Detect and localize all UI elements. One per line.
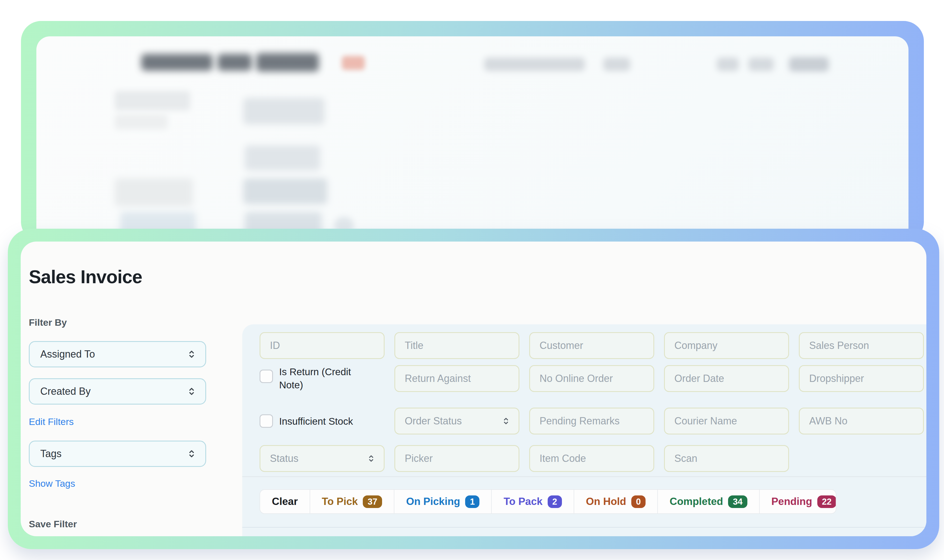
insufficient-stock-label: Insufficient Stock — [279, 415, 353, 428]
picker-input[interactable] — [394, 445, 519, 472]
blurred-label-blob — [115, 114, 168, 129]
completed-tab[interactable]: Completed 34 — [657, 490, 759, 513]
insufficient-stock-checkbox[interactable] — [260, 414, 273, 428]
to-pack-count-badge: 2 — [548, 495, 562, 508]
status-select[interactable]: Status — [260, 445, 385, 472]
title-input[interactable] — [394, 332, 519, 359]
to-pack-tab-label: To Pack — [504, 496, 542, 508]
page-title: Sales Invoice — [29, 266, 142, 288]
customer-input[interactable] — [529, 332, 654, 359]
on-hold-tab-label: On Hold — [586, 496, 626, 508]
assigned-to-select[interactable]: Assigned To — [29, 341, 206, 368]
pending-tab[interactable]: Pending 22 — [759, 490, 836, 513]
blurred-title-blob — [256, 53, 319, 72]
blurred-badge-blob — [342, 56, 365, 70]
blurred-toolbar-blob — [789, 57, 829, 72]
status-tab-bar: Clear To Pick 37 On Picking 1 To Pack 2 … — [260, 489, 836, 514]
completed-tab-label: Completed — [670, 496, 723, 508]
order-status-select[interactable]: Order Status — [394, 408, 519, 434]
panel-bottom-divider — [242, 527, 926, 528]
is-return-checkbox[interactable] — [260, 369, 273, 383]
id-input[interactable] — [260, 332, 385, 359]
show-tags-link[interactable]: Show Tags — [29, 478, 75, 489]
panel-divider — [242, 476, 926, 477]
blurred-label-blob — [115, 91, 190, 111]
on-picking-tab-label: On Picking — [406, 496, 460, 508]
blurred-label-blob — [115, 178, 193, 206]
courier-name-input[interactable] — [664, 408, 789, 434]
sales-invoice-card-body: Sales Invoice Filter By Assigned To Crea… — [21, 242, 926, 536]
is-return-checkbox-cell: Is Return (Credit Note) — [260, 365, 385, 392]
to-pick-tab-label: To Pick — [322, 496, 358, 508]
blurred-background-card — [21, 21, 924, 242]
insufficient-stock-checkbox-cell: Insufficient Stock — [260, 408, 385, 434]
created-by-select[interactable]: Created By — [29, 378, 206, 405]
is-return-label: Is Return (Credit Note) — [279, 365, 367, 391]
on-picking-count-badge: 1 — [465, 495, 479, 508]
filter-row: Insufficient Stock Order Status — [260, 408, 926, 434]
select-chevron-icon — [186, 349, 197, 360]
status-select-value: Status — [270, 452, 299, 465]
created-by-select-value: Created By — [40, 386, 91, 397]
blurred-toolbar-blob — [717, 58, 739, 71]
filter-panel: Is Return (Credit Note) Insufficient Sto… — [242, 324, 926, 536]
blurred-value-blob — [245, 145, 320, 171]
sales-invoice-card: Sales Invoice Filter By Assigned To Crea… — [8, 229, 939, 549]
edit-filters-link[interactable]: Edit Filters — [29, 416, 74, 427]
pending-remarks-input[interactable] — [529, 408, 654, 434]
clear-tab[interactable]: Clear — [260, 490, 310, 513]
select-chevron-icon — [186, 448, 197, 459]
blurred-title-blob — [141, 54, 213, 71]
to-pick-count-badge: 37 — [363, 495, 382, 508]
on-hold-count-badge: 0 — [631, 495, 645, 508]
select-chevron-icon — [367, 454, 376, 463]
blurred-toolbar-blob — [484, 58, 585, 71]
filter-by-label: Filter By — [29, 317, 67, 328]
to-pick-tab[interactable]: To Pick 37 — [310, 490, 394, 513]
company-input[interactable] — [664, 332, 789, 359]
awb-no-input[interactable] — [799, 408, 924, 434]
select-chevron-icon — [501, 416, 511, 426]
select-chevron-icon — [186, 386, 197, 397]
scan-input[interactable] — [664, 445, 789, 472]
dropshipper-input[interactable] — [799, 365, 924, 392]
assigned-to-select-value: Assigned To — [40, 348, 95, 360]
blurred-toolbar-blob — [603, 58, 630, 71]
sales-person-input[interactable] — [799, 332, 924, 359]
pending-count-badge: 22 — [817, 495, 836, 508]
blurred-title-blob — [218, 54, 252, 71]
order-date-input[interactable] — [664, 365, 789, 392]
to-pack-tab[interactable]: To Pack 2 — [491, 490, 573, 513]
on-hold-tab[interactable]: On Hold 0 — [574, 490, 657, 513]
order-status-select-value: Order Status — [405, 415, 462, 427]
on-picking-tab[interactable]: On Picking 1 — [394, 490, 491, 513]
item-code-input[interactable] — [529, 445, 654, 472]
pending-tab-label: Pending — [772, 496, 812, 508]
filter-row: Is Return (Credit Note) — [260, 365, 926, 392]
completed-count-badge: 34 — [728, 495, 747, 508]
tags-select[interactable]: Tags — [29, 441, 206, 467]
blurred-toolbar-blob — [748, 58, 774, 71]
filter-row: Status — [260, 445, 926, 472]
no-online-order-input[interactable] — [529, 365, 654, 392]
return-against-input[interactable] — [394, 365, 519, 392]
filter-row — [260, 332, 926, 359]
clear-tab-label: Clear — [272, 496, 298, 508]
save-filter-label: Save Filter — [29, 518, 77, 529]
blurred-value-blob — [243, 178, 327, 204]
tags-select-value: Tags — [40, 448, 62, 460]
blurred-card-body — [36, 36, 909, 242]
blurred-value-blob — [243, 98, 325, 125]
